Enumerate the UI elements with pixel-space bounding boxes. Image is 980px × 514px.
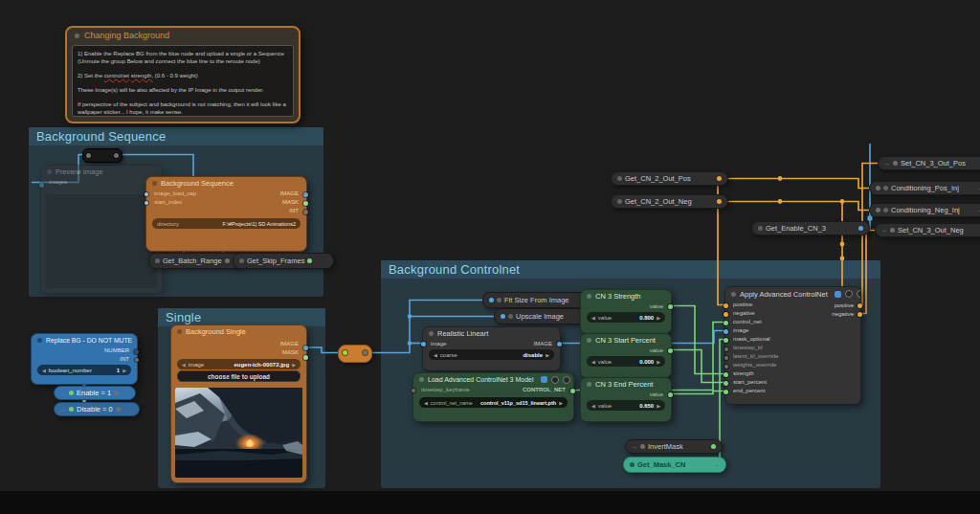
port-value-out[interactable]: value [650,302,663,311]
widget-coarse[interactable]: ◀coarse disable▶ [429,349,554,360]
widget-value[interactable]: ◀value 0.650▶ [587,400,665,411]
node-get-batch-range[interactable]: Get_Batch_Range [148,253,242,269]
output-port-dot[interactable] [303,355,308,360]
node-preview-image[interactable]: Preview Image images [40,165,163,294]
input-port-dot[interactable] [724,321,728,325]
node-background-sequence[interactable]: Background Sequence image_load_cap IMAGE… [145,176,307,252]
node-replace-bg[interactable]: Replace BG - DO NOT MUTE NUMBER INT ◀boo… [31,333,138,385]
badge-icon[interactable] [563,376,570,384]
input-port-dot[interactable] [893,161,898,166]
port-control-net-in[interactable]: control_net [733,318,762,326]
output-port-dot[interactable] [668,392,673,397]
node-apply-advanced-controlnet[interactable]: Apply Advanced ControlNet positive negat… [724,286,861,405]
output-port-dot[interactable] [570,389,575,393]
input-port-dot[interactable] [640,444,645,449]
input-port-dot[interactable] [724,347,728,351]
node-cn3-strength[interactable]: CN 3 Strength value ◀value 0.800▶ [580,289,672,334]
port-negative-in[interactable]: negative [733,309,755,318]
node-get-cn2-out-pos[interactable]: Get_CN_2_Out_Pos [611,171,728,186]
node-cn3-start-percent[interactable]: CN 3 Start Percent value ◀value 0.000▶ [580,333,672,378]
note-node-changing-background[interactable]: Changing Background 1) Enable the Replac… [65,26,301,123]
port-image-out[interactable]: IMAGE [280,340,299,348]
input-port-dot[interactable] [724,312,728,317]
pin-badge-icon[interactable] [541,376,547,383]
output-port-dot[interactable] [557,342,562,346]
input-port-dot[interactable] [724,372,728,377]
port-int-out[interactable]: INT [120,355,129,364]
reroute-node[interactable] [82,148,122,163]
widget-value[interactable]: ◀value 0.800▶ [587,312,665,323]
port-mask-out[interactable]: MASK [282,348,299,357]
input-port-dot[interactable] [876,186,880,190]
note-text[interactable]: 1) Enable the Replace BG from the blue n… [72,45,294,117]
output-port-dot[interactable] [307,258,312,263]
output-port-dot[interactable] [135,358,139,362]
port-latent-kf-override-in[interactable]: latent_kf_override [733,352,779,361]
port-image-load-cap[interactable]: image_load_cap [154,190,196,198]
port-images[interactable]: images [41,178,162,187]
port-end-percent-in[interactable]: end_percent [733,387,765,395]
node-background-single[interactable]: Background Single IMAGE MASK ◀image euge… [170,324,307,483]
input-port-dot[interactable] [724,356,728,360]
output-port-dot[interactable] [225,258,230,263]
badge-icon[interactable] [845,290,853,298]
node-load-advanced-controlnet[interactable]: Load Advanced ControlNet 3 Model timeste… [412,372,574,422]
input-port-dot[interactable] [145,201,148,205]
port-positive-out[interactable]: positive [835,302,854,310]
widget-value[interactable]: ◀value 0.000▶ [587,356,665,367]
input-port-dot[interactable] [724,390,728,394]
port-mask-optional-in[interactable]: mask_optional [733,335,770,344]
node-realistic-lineart[interactable]: Realistic Lineart image IMAGE ◀coarse di… [422,326,561,371]
port-number-out[interactable]: NUMBER [104,346,129,355]
port-timestep-kf-in[interactable]: timestep_kf [733,344,763,352]
input-port-dot[interactable] [501,314,505,319]
node-invert-mask[interactable]: → InvertMask [625,439,723,454]
node-conditioning-neg-inj[interactable]: Conditioning_Neg_Inj → [869,203,980,217]
port-strength-in[interactable]: strength [733,369,754,378]
node-cn3-end-percent[interactable]: CN 3 End Percent value ◀value 0.650▶ [580,377,672,422]
output-port-dot[interactable] [858,312,862,317]
port-start-index[interactable]: start_index [154,198,182,207]
node-disable[interactable]: → Disable = 0 [54,402,140,416]
port-weights-override-in[interactable]: weights_override [733,361,776,369]
input-port-dot[interactable] [724,365,728,369]
choose-file-button[interactable]: choose file to upload [177,370,301,382]
badge-icon[interactable] [857,290,860,298]
input-port-dot[interactable] [890,228,895,233]
port-start-percent-in[interactable]: start_percent [733,378,767,387]
node-get-skip-frames[interactable]: Get_Skip_Frames [233,253,334,269]
node-get-cn2-out-neg[interactable]: Get_CN_2_Out_Neg [611,194,728,209]
input-port-dot[interactable] [145,192,148,196]
output-port-dot[interactable] [303,192,308,197]
pin-badge-icon[interactable] [835,291,841,298]
output-port-dot[interactable] [858,303,862,308]
comfyui-canvas[interactable]: { "note": { "title": "Changing Backgroun… [0,0,980,514]
input-port-dot[interactable] [724,338,728,343]
input-port-dot[interactable] [876,208,880,212]
port-image-in[interactable]: image [733,326,748,335]
port-timestep-keyframe[interactable]: timestep_keyframe [421,386,470,394]
port-negative-out[interactable]: negative [832,310,854,319]
collapse-dot-icon[interactable] [75,34,79,38]
output-port-dot[interactable] [858,226,863,231]
input-port-dot[interactable] [421,342,426,346]
output-port-dot[interactable] [303,210,308,214]
output-port-dot[interactable] [303,201,308,206]
node-enable[interactable]: → Enable = 1 [54,386,136,400]
reroute-node-muted[interactable] [338,345,372,363]
port-controlnet-out[interactable]: CONTROL_NET [523,386,566,394]
node-set-cn3-out-pos[interactable]: → Set_CN_3_Out_Pos [878,156,980,170]
port-positive-in[interactable]: positive [733,301,752,309]
input-port-dot[interactable] [724,381,728,386]
widget-directory[interactable]: directory F:\#Projects\1) SD Animations2 [152,218,301,229]
output-port-dot[interactable] [668,304,673,309]
widget-controlnet-name[interactable]: ◀control_net_name control_v11p_sd15_line… [419,397,568,408]
node-set-cn3-out-neg[interactable]: → Set_CN_3_Out_Neg [875,223,980,237]
port-value-out[interactable]: value [650,346,663,355]
port-image-in[interactable]: image [431,340,446,348]
output-port-dot[interactable] [717,176,722,181]
port-mask-out[interactable]: MASK [282,198,299,207]
widget-image-file[interactable]: ◀image eugen-ich-00072.jpg▶ [177,359,301,369]
output-port-dot[interactable] [303,346,308,350]
input-port-dot[interactable] [39,183,44,188]
